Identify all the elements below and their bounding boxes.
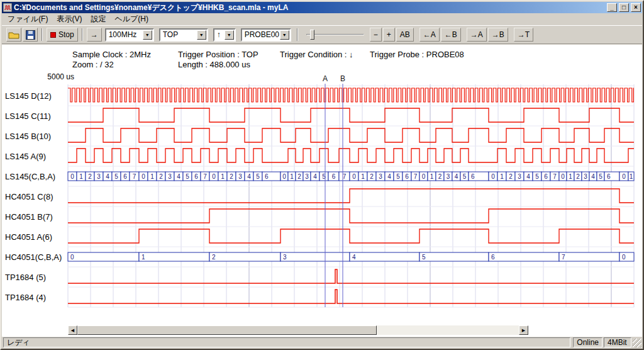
bus-value: 0 [282, 173, 286, 180]
bus-value: 6 [123, 173, 127, 180]
goto-trigger-button[interactable]: →T [514, 28, 533, 42]
scrollbar-track[interactable] [77, 325, 519, 335]
bus-value: 3 [379, 173, 382, 180]
open-button[interactable] [6, 28, 21, 42]
memory-status: 4MBit [604, 337, 631, 347]
channel-label: HC4051 C(8) [5, 192, 53, 201]
toolbar-separator [82, 28, 83, 41]
zoom-in-button[interactable]: + [383, 28, 395, 42]
bus-value: 6 [491, 254, 495, 261]
bus-value: 2 [370, 173, 374, 180]
scrollbar-thumb[interactable] [77, 325, 377, 335]
bus-cell [489, 252, 559, 261]
scroll-right-button[interactable]: ▶ [519, 325, 528, 335]
bus-value: 6 [265, 173, 269, 180]
chevron-down-icon[interactable]: ▼ [280, 30, 289, 40]
channel-label: LS145 B(10) [5, 132, 51, 141]
probe-select[interactable]: PROBE00 ▼ [241, 28, 291, 42]
trigger-condition-info: Trigger Condition : ↓ [280, 50, 353, 59]
zoom-slider[interactable] [306, 28, 364, 41]
bus-value: 5 [186, 173, 189, 180]
wave-bit [68, 229, 634, 243]
bus-value: 4 [313, 173, 317, 180]
channel-label: TP1684 (5) [5, 273, 46, 282]
bus-value: 3 [584, 173, 587, 180]
goto-a-left-button[interactable]: ←A [419, 28, 440, 42]
zoom-out-button[interactable]: − [370, 28, 382, 42]
bus-value: 0 [561, 173, 565, 180]
chevron-down-icon[interactable]: ▼ [197, 30, 206, 40]
menu-view[interactable]: 表示(V) [52, 13, 86, 26]
save-button[interactable] [23, 28, 38, 42]
bus-cell [559, 252, 619, 261]
bus-value: 2 [159, 173, 163, 180]
slider-track[interactable] [306, 34, 364, 35]
bus-value: 6 [544, 173, 548, 180]
cursor-b-label: B [340, 74, 345, 83]
goto-a-right-button[interactable]: →A [467, 28, 487, 42]
channel-label: LS145 C(11) [5, 111, 51, 121]
menu-help[interactable]: ヘルプ(H) [110, 13, 153, 26]
bus-value: 2 [212, 254, 216, 261]
bus-value: 4 [106, 173, 109, 180]
wave-bit [68, 149, 634, 162]
bus-value: 6 [332, 173, 336, 180]
bus-cell [419, 252, 489, 261]
minimize-button[interactable]: _ [607, 3, 617, 12]
bus-value: 0 [422, 173, 426, 180]
stop-icon [50, 32, 56, 38]
bus-value: 3 [305, 173, 309, 180]
bus-cell [68, 252, 139, 261]
bus-value: 0 [352, 173, 356, 180]
bus-value: 1 [142, 254, 145, 261]
scroll-left-button[interactable]: ◀ [68, 325, 77, 335]
bus-value: 6 [607, 173, 611, 180]
timescale-label: 5000 us [47, 72, 74, 81]
goto-b-left-button[interactable]: ←B [441, 28, 461, 42]
status-message: レディ [3, 337, 570, 347]
title-bar[interactable]: C:¥Documents and Settings¥noname¥デスクトップ¥… [2, 2, 642, 13]
bus-value: 3 [447, 173, 450, 180]
bus-value: 2 [438, 173, 442, 180]
run-button[interactable]: → [87, 28, 102, 42]
maximize-button[interactable]: □ [619, 3, 629, 12]
bus-value: 0 [70, 254, 74, 261]
slider-thumb[interactable] [310, 30, 314, 40]
stop-button[interactable]: Stop [47, 28, 78, 42]
channel-label: HC4051 A(6) [5, 232, 52, 242]
length-info: Length : 488.000 us [178, 60, 250, 69]
ab-button[interactable]: AB [396, 28, 414, 42]
bus-cell [280, 252, 350, 261]
floppy-icon [26, 30, 35, 40]
bus-value: 1 [221, 173, 225, 180]
close-button[interactable]: × [631, 3, 641, 12]
bus-value: 2 [297, 173, 301, 180]
wave-pulse [68, 269, 634, 283]
bus-value: 4 [177, 173, 180, 180]
bus-value: 5 [463, 173, 467, 180]
bus-value: 7 [562, 254, 565, 261]
bus-value: 0 [622, 254, 626, 261]
chevron-down-icon[interactable]: ▼ [143, 30, 152, 40]
horizontal-scrollbar[interactable]: ◀ ▶ [68, 325, 528, 335]
sample-rate-select[interactable]: 100MHz ▼ [105, 28, 154, 42]
resize-grip-icon[interactable] [633, 339, 641, 347]
bus-value: 7 [203, 173, 207, 180]
menu-settings[interactable]: 設定 [86, 13, 110, 26]
goto-b-right-button[interactable]: →B [488, 28, 508, 42]
bus-value: 2 [88, 173, 92, 180]
trigger-edge-select[interactable]: ↑ ▼ [213, 28, 236, 42]
bus-value: 4 [455, 173, 458, 180]
trigger-position-select[interactable]: TOP ▼ [159, 28, 208, 42]
bus-value: 4 [352, 254, 356, 261]
channel-label: LS145 A(9) [5, 152, 46, 161]
bus-value: 1 [569, 173, 572, 180]
chevron-down-icon[interactable]: ▼ [225, 30, 234, 40]
waveform-area[interactable]: 5000 usLS145 D(12)LS145 C(11)LS145 B(10)… [0, 71, 644, 319]
bus-value: 7 [553, 173, 557, 180]
bus-value: 5 [396, 173, 400, 180]
menu-file[interactable]: ファイル(F) [3, 13, 52, 26]
bus-value: 0 [622, 173, 626, 180]
bus-value: 0 [142, 173, 145, 180]
bus-value: 3 [97, 173, 101, 180]
